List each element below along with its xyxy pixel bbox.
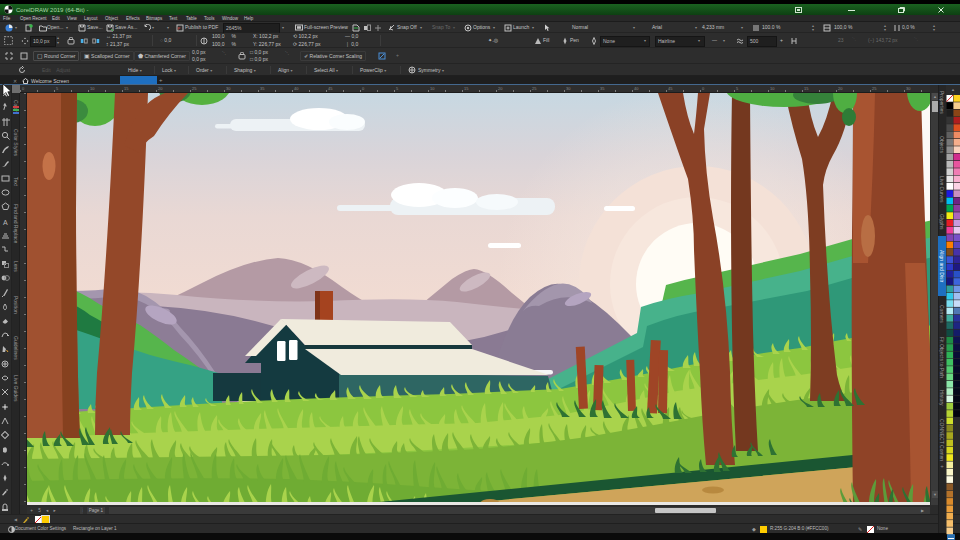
svg-text:A: A: [3, 219, 8, 226]
svg-text:P: P: [178, 26, 181, 31]
